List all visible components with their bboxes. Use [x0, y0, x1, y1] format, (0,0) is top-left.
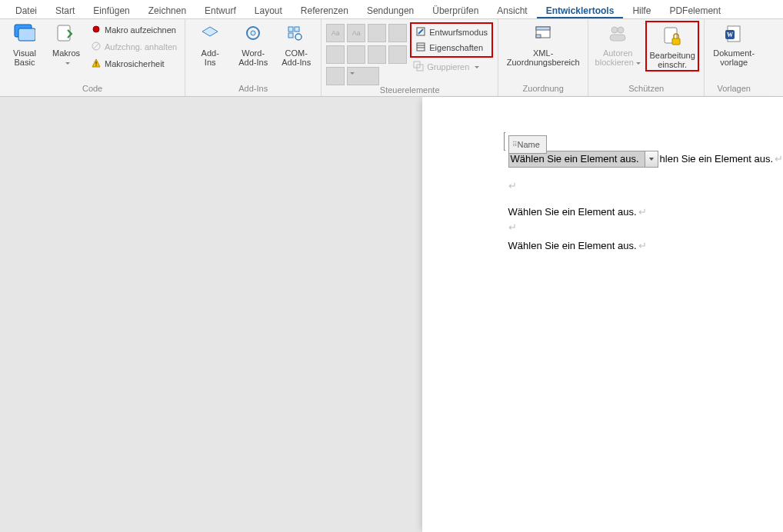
macros-label: Makros [49, 48, 83, 67]
macro-security-label: Makrosicherheit [105, 59, 165, 68]
svg-line-5 [93, 43, 99, 49]
svg-rect-8 [95, 65, 96, 65]
tab-help[interactable]: Hilfe [623, 3, 660, 18]
tab-pdfelement[interactable]: PDFelement [660, 3, 730, 18]
svg-marker-9 [202, 27, 218, 36]
content-control-title-tab[interactable]: ⠿ Name [508, 135, 547, 154]
restrict-editing-button[interactable]: Bearbeitung einschr. [648, 23, 697, 69]
ribbon-group-addins: Add- Ins Word- Add-Ins COM- Add-Ins [185, 19, 322, 96]
design-mode-button[interactable]: Entwurfsmodus [412, 25, 491, 40]
paragraph-1: ⠿ Name Wählen Sie ein Element aus. hlen … [508, 151, 783, 168]
visual-basic-icon [12, 22, 37, 47]
group-label-mapping: Zuordnung [523, 84, 564, 96]
tab-view[interactable]: Ansicht [488, 3, 536, 18]
content-control[interactable]: ⠿ Name Wählen Sie ein Element aus. [508, 151, 658, 168]
properties-button[interactable]: Eigenschaften [412, 40, 491, 55]
com-addins-label: COM- Add-Ins [282, 48, 311, 67]
svg-point-11 [251, 31, 255, 35]
group-label-controls: Steuerelemente [380, 85, 440, 96]
svg-point-3 [93, 26, 99, 32]
xml-mapping-label: XML- Zuordnungsbereich [507, 48, 580, 67]
editor-gutter [0, 97, 422, 532]
ribbon-tabs: Datei Start Einfügen Zeichnen Entwurf La… [0, 0, 783, 19]
control-buildingblock-button [388, 24, 407, 42]
design-mode-label: Entwurfsmodus [429, 28, 488, 37]
control-legacy-button [347, 67, 379, 85]
ribbon-group-mapping: XML- Zuordnungsbereich Zuordnung [498, 19, 588, 96]
paragraph-blank-1: ↵ [508, 178, 783, 194]
word-addins-button[interactable]: Word- Add-Ins [233, 21, 273, 67]
content-control-dropdown-button[interactable] [645, 151, 658, 167]
group-label-code: Code [82, 84, 102, 96]
svg-point-26 [618, 27, 624, 33]
visual-basic-label: Visual Basic [13, 48, 36, 67]
tab-developer[interactable]: Entwicklertools [537, 3, 624, 18]
paragraph-mark-icon: ↵ [775, 151, 783, 167]
svg-point-15 [295, 34, 302, 40]
tab-layout[interactable]: Layout [245, 3, 292, 18]
addins-icon [198, 22, 222, 47]
macros-button[interactable]: Makros [48, 21, 85, 67]
tab-review[interactable]: Überprüfen [423, 3, 488, 18]
xml-mapping-button[interactable]: XML- Zuordnungsbereich [503, 21, 583, 67]
paragraph-mark-icon: ↵ [638, 238, 647, 254]
tab-design[interactable]: Entwurf [195, 3, 245, 18]
word-addins-label: Word- Add-Ins [238, 48, 268, 67]
macro-security-button[interactable]: Makrosicherheit [88, 56, 180, 71]
block-authors-button: Autoren blockieren [593, 21, 642, 67]
paragraph-2-text: Wählen Sie ein Element aus. [508, 204, 637, 220]
tab-mailings[interactable]: Sendungen [358, 3, 423, 18]
properties-label: Eigenschaften [429, 43, 483, 52]
control-plaintext-button: Aa [347, 24, 365, 42]
ribbon-group-code: Visual Basic Makros Makro aufz [0, 19, 185, 96]
macro-security-icon [91, 58, 102, 70]
pause-recording-icon [91, 41, 102, 53]
macros-icon [54, 22, 78, 47]
svg-text:W: W [727, 32, 733, 38]
group-controls-label: Gruppieren [427, 62, 469, 71]
paragraph-blank-2: ↵ [508, 220, 783, 235]
paragraph-mark-icon: ↵ [638, 204, 647, 220]
svg-rect-23 [536, 27, 550, 30]
paragraph-3: Wählen Sie ein Element aus. ↵ [508, 238, 783, 254]
svg-point-25 [611, 27, 618, 33]
pause-recording-label: Aufzchng. anhalten [105, 42, 177, 52]
svg-rect-2 [58, 25, 70, 41]
restrict-editing-label: Bearbeitung einschr. [650, 51, 695, 69]
tab-home[interactable]: Start [46, 3, 84, 18]
document-page[interactable]: ⠿ Name Wählen Sie ein Element aus. hlen … [422, 97, 783, 532]
addins-button[interactable]: Add- Ins [190, 21, 230, 67]
ribbon-group-protect: Autoren blockieren Bearbeitung einschr. … [588, 19, 705, 96]
tab-references[interactable]: Referenzen [292, 3, 358, 18]
ribbon-group-templates: W Dokument- vorlage Vorlagen [705, 19, 763, 96]
svg-rect-13 [295, 27, 299, 32]
control-checkbox-button [326, 45, 345, 64]
visual-basic-button[interactable]: Visual Basic [5, 21, 45, 67]
record-macro-button[interactable]: Makro aufzeichnen [88, 22, 180, 38]
ribbon: Visual Basic Makros Makro aufz [0, 19, 783, 97]
tab-insert[interactable]: Einfügen [84, 3, 138, 18]
control-combobox-button [347, 45, 365, 64]
svg-rect-17 [417, 43, 425, 51]
svg-rect-14 [288, 33, 293, 38]
ribbon-group-controls: Aa Aa [322, 19, 498, 96]
tab-draw[interactable]: Zeichnen [139, 3, 195, 18]
restrict-editing-icon [660, 25, 685, 49]
properties-icon [415, 42, 426, 54]
svg-rect-24 [536, 35, 541, 38]
document-template-label: Dokument- vorlage [713, 48, 755, 67]
tab-file[interactable]: Datei [6, 3, 46, 18]
group-controls-icon [413, 61, 424, 73]
control-datepicker-button [388, 45, 407, 64]
svg-rect-12 [288, 27, 293, 32]
group-controls-button: Gruppieren [410, 59, 493, 75]
pause-recording-button: Aufzchng. anhalten [88, 39, 180, 55]
content-control-value[interactable]: Wählen Sie ein Element aus. [509, 151, 645, 167]
content-control-grip-icon: ⠿ [512, 137, 516, 152]
record-macro-icon [91, 24, 102, 36]
document-template-button[interactable]: W Dokument- vorlage [709, 21, 758, 67]
svg-rect-29 [672, 38, 680, 45]
group-label-templates: Vorlagen [717, 84, 750, 96]
com-addins-button[interactable]: COM- Add-Ins [276, 21, 316, 67]
paragraph-mark-icon: ↵ [508, 178, 517, 194]
